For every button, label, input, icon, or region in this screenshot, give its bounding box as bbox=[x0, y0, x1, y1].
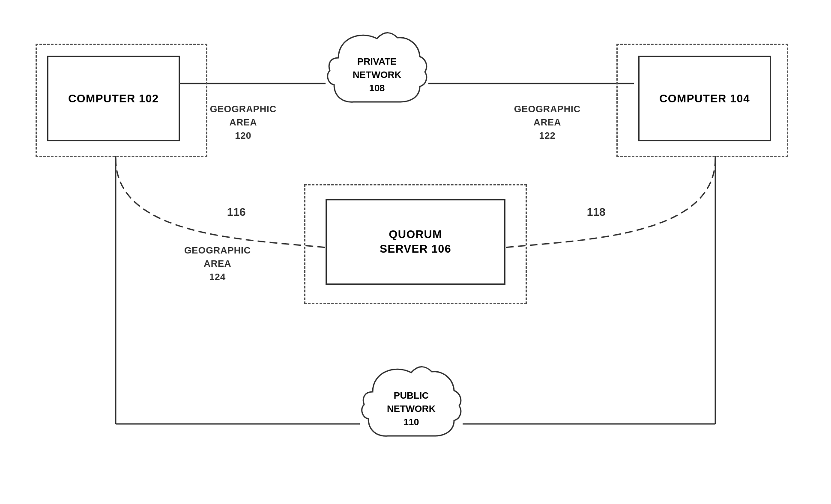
computer104-box: COMPUTER 104 bbox=[638, 56, 771, 141]
quorum-server-label: QUORUM SERVER 106 bbox=[380, 227, 451, 256]
geo-area-124-label: GEOGRAPHICAREA124 bbox=[184, 244, 251, 283]
computer102-label: COMPUTER 102 bbox=[68, 92, 158, 105]
geo-area-122-label: GEOGRAPHICAREA122 bbox=[514, 103, 580, 142]
computer104-label: COMPUTER 104 bbox=[659, 92, 750, 105]
diagram: COMPUTER 102 COMPUTER 104 QUORUM SERVER … bbox=[0, 0, 831, 504]
computer102-box: COMPUTER 102 bbox=[47, 56, 180, 141]
geo-area-120-label: GEOGRAPHICAREA120 bbox=[210, 103, 276, 142]
public-network-label: PUBLICNETWORK110 bbox=[387, 390, 436, 427]
private-network-label: PRIVATENETWORK108 bbox=[353, 56, 401, 93]
quorum-server-box: QUORUM SERVER 106 bbox=[326, 199, 505, 285]
public-network-cloud: PUBLICNETWORK110 bbox=[360, 360, 463, 458]
connection-116-label: 116 bbox=[227, 206, 245, 219]
private-network-cloud: PRIVATENETWORK108 bbox=[326, 26, 428, 124]
connection-118-label: 118 bbox=[587, 206, 605, 219]
